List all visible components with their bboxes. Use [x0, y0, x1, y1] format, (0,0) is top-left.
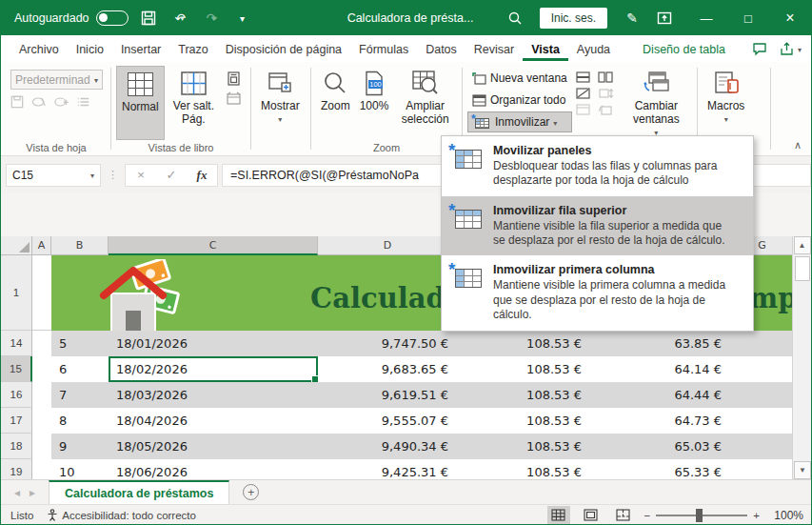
- split-icon[interactable]: [576, 71, 590, 83]
- quick-access-toolbar-button[interactable]: ▾: [231, 6, 254, 30]
- hide-window-icon[interactable]: [576, 88, 590, 99]
- sheet-nav-left-icon[interactable]: ◂: [14, 486, 20, 499]
- exit-sheet-view-icon[interactable]: [31, 96, 47, 108]
- cell-payment[interactable]: 108.53 €: [458, 459, 591, 479]
- cell-payment-date[interactable]: 18/06/2026: [109, 459, 318, 479]
- tab-ayuda[interactable]: Ayuda: [568, 37, 619, 61]
- cell-a[interactable]: [32, 408, 51, 434]
- column-header-b[interactable]: B: [51, 236, 109, 255]
- cell-payment-number[interactable]: 5: [51, 331, 109, 356]
- zoom-level[interactable]: 100%: [769, 509, 803, 522]
- cell-g[interactable]: [731, 408, 794, 434]
- tab-revisar[interactable]: Revisar: [465, 37, 523, 61]
- row-header-1[interactable]: 1: [1, 255, 32, 331]
- arrange-all-button[interactable]: Organizar todo: [467, 90, 572, 111]
- cell-balance[interactable]: 9,425.31 €: [318, 459, 458, 479]
- maximize-button[interactable]: □: [727, 1, 769, 35]
- status-page-break-button[interactable]: [612, 506, 635, 525]
- cell-payment-number[interactable]: 9: [51, 434, 109, 459]
- cell-a[interactable]: [32, 434, 51, 459]
- cell-payment[interactable]: 108.53 €: [458, 434, 591, 459]
- column-header-c[interactable]: C: [109, 236, 318, 255]
- cell-payment[interactable]: 108.53 €: [458, 408, 591, 434]
- cell-payment-number[interactable]: 10: [51, 459, 109, 479]
- autosave-switch-icon[interactable]: [96, 10, 129, 26]
- cell-payment-number[interactable]: 6: [51, 356, 109, 382]
- tab-datos[interactable]: Datos: [417, 37, 465, 61]
- cell-a[interactable]: [32, 382, 51, 408]
- new-sheet-view-icon[interactable]: [54, 96, 69, 108]
- sheet-view-options-icon[interactable]: [77, 96, 90, 108]
- row-header[interactable]: 16: [1, 382, 32, 408]
- cell-principal[interactable]: 65.33 €: [591, 459, 731, 479]
- cell-payment[interactable]: 108.53 €: [458, 331, 591, 356]
- sheet-view-combo[interactable]: Predeterminad ▾: [10, 70, 103, 90]
- cell-balance[interactable]: 9,490.34 €: [318, 434, 458, 459]
- name-box[interactable]: C15 ▾: [6, 164, 101, 187]
- vertical-scrollbar[interactable]: ▲ ▼: [792, 236, 811, 479]
- tab-diseno-de-tabla[interactable]: Diseño de tabla: [634, 37, 734, 61]
- tab-archivo[interactable]: Archivo: [10, 37, 68, 61]
- zoom-100-button[interactable]: 100 100%: [355, 66, 394, 140]
- cancel-entry-button[interactable]: ×: [126, 168, 156, 182]
- keep-sheet-view-icon[interactable]: [10, 95, 24, 109]
- switch-windows-button[interactable]: Cambiar ventanas ▾: [621, 66, 692, 140]
- formula-bar-handle-icon[interactable]: ⋮: [105, 169, 121, 181]
- cell-principal[interactable]: 64.44 €: [591, 382, 731, 408]
- insert-function-button[interactable]: fx: [187, 168, 217, 183]
- zoom-button[interactable]: Zoom: [316, 66, 355, 140]
- cell-balance[interactable]: 9,683.65 €: [318, 356, 458, 382]
- comments-button[interactable]: [752, 42, 768, 56]
- cell-payment[interactable]: 108.53 €: [458, 356, 591, 382]
- view-side-by-side-icon[interactable]: [598, 71, 613, 83]
- freeze-panes-button[interactable]: * Inmovilizar ▾: [467, 111, 572, 132]
- vertical-scroll-thumb[interactable]: [795, 256, 810, 281]
- zoom-slider-track[interactable]: [656, 515, 747, 516]
- show-group-button[interactable]: Mostrar ▾: [256, 66, 305, 140]
- cell-payment-date[interactable]: 18/01/2026: [109, 331, 318, 356]
- cell-payment[interactable]: 108.53 €: [458, 382, 591, 408]
- cell-balance[interactable]: 9,619.51 €: [318, 382, 458, 408]
- cell-payment-number[interactable]: 7: [51, 382, 109, 408]
- close-button[interactable]: ×: [769, 1, 811, 35]
- column-header-d[interactable]: D: [318, 236, 458, 255]
- status-page-layout-button[interactable]: [580, 506, 603, 525]
- ribbon-display-options-button[interactable]: [653, 6, 676, 30]
- cell-g[interactable]: [731, 434, 794, 459]
- confirm-entry-button[interactable]: ✓: [156, 168, 187, 182]
- add-sheet-button[interactable]: +: [243, 484, 259, 500]
- tab-formulas[interactable]: Fórmulas: [350, 37, 417, 61]
- share-button[interactable]: ▾: [780, 42, 802, 56]
- scroll-up-button[interactable]: ▲: [794, 236, 811, 254]
- zoom-to-selection-button[interactable]: Ampliar selección: [393, 66, 457, 140]
- redo-button[interactable]: ↷ ▾: [200, 6, 223, 30]
- cell-principal[interactable]: 63.85 €: [591, 331, 731, 356]
- status-normal-view-button[interactable]: [547, 506, 570, 525]
- menu-item-inmovilizar-fila-superior[interactable]: * Inmovilizar fila superior Mantiene vis…: [442, 196, 753, 256]
- sheet-nav-right-icon[interactable]: ▸: [30, 486, 35, 499]
- tab-vista[interactable]: Vista: [523, 37, 568, 61]
- select-all-corner[interactable]: [1, 236, 32, 255]
- page-layout-icon[interactable]: [227, 71, 242, 86]
- cell-g[interactable]: [731, 459, 794, 479]
- cell-principal[interactable]: 65.03 €: [591, 434, 731, 459]
- menu-item-inmovilizar-primera-columna[interactable]: * Inmovilizar primera columna Mantiene v…: [442, 255, 753, 330]
- zoom-in-icon[interactable]: +: [753, 510, 760, 521]
- editing-pen-button[interactable]: ✎: [621, 6, 644, 30]
- autosave-toggle[interactable]: Autoguardado: [14, 10, 129, 26]
- sign-in-button[interactable]: Inic. ses.: [540, 8, 607, 29]
- new-window-button[interactable]: Nueva ventana: [467, 68, 572, 89]
- cell-payment-date[interactable]: 18/03/2026: [109, 382, 318, 408]
- cell-g[interactable]: [731, 331, 794, 356]
- row-header[interactable]: 18: [1, 434, 32, 459]
- undo-button[interactable]: ↶ ▾: [168, 6, 191, 30]
- cell-payment-date[interactable]: 18/02/2026: [109, 356, 318, 382]
- cell-a[interactable]: [32, 356, 51, 382]
- cell-g[interactable]: [731, 382, 794, 408]
- cell-balance[interactable]: 9,747.50 €: [318, 331, 458, 356]
- cell-a[interactable]: [32, 331, 51, 356]
- tab-trazo[interactable]: Trazo: [169, 37, 217, 61]
- tab-insertar[interactable]: Insertar: [112, 37, 169, 61]
- custom-views-icon[interactable]: [227, 91, 242, 105]
- row-header[interactable]: 19: [1, 459, 32, 479]
